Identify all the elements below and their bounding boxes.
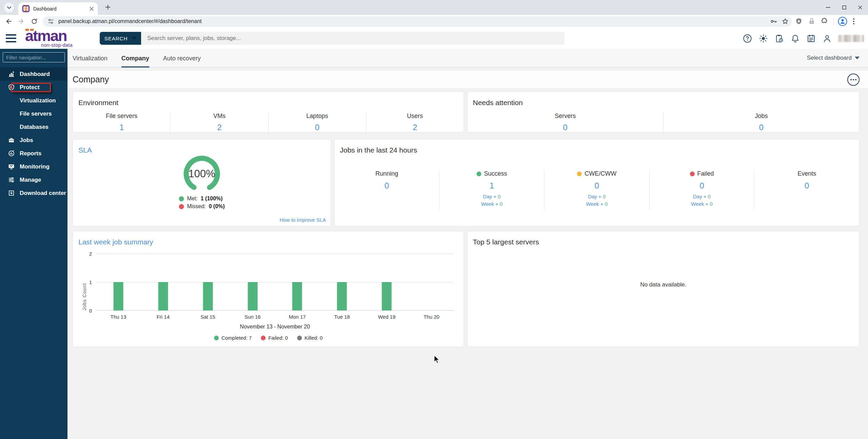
filter-navigation-input[interactable] <box>3 52 65 62</box>
sidebar-item-jobs[interactable]: Jobs <box>0 134 67 147</box>
sidebar-item-databases[interactable]: Databases <box>0 120 67 134</box>
tab-virtualization[interactable]: Virtualization <box>73 55 108 67</box>
last-week-title-link[interactable]: Last week job summary <box>73 231 464 246</box>
no-data-message: No data available. <box>467 281 859 288</box>
bookmark-star-button[interactable] <box>782 18 789 25</box>
hamburger-menu-button[interactable] <box>6 34 16 42</box>
killed-dot-icon <box>297 336 302 340</box>
pending-actions-button[interactable] <box>773 32 785 44</box>
briefcase-icon <box>7 136 15 144</box>
sidebar-item-label: Virtualization <box>20 97 56 104</box>
legend-killed[interactable]: Killed: 0 <box>297 335 323 341</box>
window-maximize-button[interactable] <box>836 0 852 15</box>
chevron-down-icon <box>855 57 860 59</box>
success-day-delta: Day + 0 <box>440 194 544 199</box>
sidebar-item-virtualization[interactable]: Virtualization <box>0 94 67 107</box>
warning-dot-icon <box>577 172 582 176</box>
jobs-success-column[interactable]: Success 1 Day + 0 Week + 0 <box>439 170 544 209</box>
forward-button[interactable] <box>16 16 27 27</box>
security-shield-button[interactable] <box>793 16 805 27</box>
search-scope-button[interactable]: SEARCH <box>100 32 141 45</box>
browser-tab-strip: Dashboard <box>0 0 868 15</box>
bar-tue-18[interactable] <box>337 282 347 311</box>
sidebar-item-protect[interactable]: Protect <box>0 81 67 94</box>
how-to-improve-sla-link[interactable]: How to improve SLA <box>279 217 326 223</box>
close-icon <box>858 5 862 9</box>
sidebar-item-label: Databases <box>20 124 49 131</box>
tab-close-button[interactable] <box>90 7 94 11</box>
tab-company[interactable]: Company <box>121 55 149 67</box>
sidebar-item-download-center[interactable]: Download center <box>0 186 67 200</box>
lock-extension-button[interactable] <box>806 16 817 27</box>
card-title: Environment <box>73 92 464 107</box>
stat-jobs[interactable]: Jobs 0 <box>663 112 859 135</box>
select-dashboard-dropdown[interactable]: Select dashboard <box>807 55 860 67</box>
tab-auto-recovery[interactable]: Auto recovery <box>163 55 201 67</box>
cards-area: Environment File servers 1 VMs 2 <box>67 88 868 347</box>
tab-search-button[interactable] <box>4 3 14 13</box>
user-account-button[interactable] <box>821 32 833 44</box>
sidebar-item-label: Protect <box>20 84 40 91</box>
reload-button[interactable] <box>28 16 40 27</box>
mouse-cursor <box>433 355 442 364</box>
bar-thu-13[interactable] <box>113 282 123 311</box>
back-button[interactable] <box>3 16 14 27</box>
jobs-failed-column[interactable]: Failed 0 Day + 0 Week + 0 <box>649 170 754 209</box>
sla-card-title-link[interactable]: SLA <box>73 139 331 154</box>
stat-servers[interactable]: Servers 0 <box>467 112 663 135</box>
sidebar-item-manage[interactable]: Manage <box>0 173 67 186</box>
new-tab-button[interactable] <box>103 2 113 12</box>
sidebar-item-reports[interactable]: Reports <box>0 147 67 160</box>
bar-sat-15[interactable] <box>203 282 213 311</box>
needs-attention-card: Needs attention Servers 0 Jobs 0 <box>467 92 860 133</box>
top5-largest-servers-card: Top 5 largest servers No data available. <box>467 231 860 347</box>
bar-sun-16[interactable] <box>248 282 257 311</box>
jobs-events-column[interactable]: Events 0 <box>754 170 859 209</box>
met-dot-icon <box>179 196 184 201</box>
search-input[interactable] <box>141 32 564 45</box>
page-actions-button[interactable] <box>847 74 860 86</box>
theme-brightness-button[interactable] <box>757 32 769 44</box>
help-button[interactable] <box>741 32 753 44</box>
browser-menu-button[interactable] <box>850 18 858 24</box>
download-icon <box>7 189 15 197</box>
legend-failed[interactable]: Failed: 0 <box>261 335 288 341</box>
failed-day-delta: Day + 0 <box>650 194 754 199</box>
monitor-icon <box>7 163 15 171</box>
logo-dots-icon <box>25 29 34 31</box>
minimize-icon <box>826 7 830 8</box>
maximize-icon <box>842 5 846 9</box>
jobs-cwe-cww-column[interactable]: CWE/CWW 0 Day + 0 Week + 0 <box>544 170 649 209</box>
atman-favicon-icon <box>22 5 30 12</box>
sidebar-item-dashboard[interactable]: Dashboard <box>0 67 67 81</box>
legend-completed[interactable]: Completed: 7 <box>214 335 252 341</box>
extensions-puzzle-button[interactable] <box>819 16 830 27</box>
bar-wed-19[interactable] <box>382 282 392 311</box>
bar-fri-14[interactable] <box>158 282 168 311</box>
browser-tab[interactable]: Dashboard <box>18 2 98 15</box>
stat-vms[interactable]: VMs 2 <box>170 112 268 135</box>
notifications-button[interactable] <box>789 32 801 44</box>
sidebar-item-label: File servers <box>20 111 52 117</box>
bar-mon-17[interactable] <box>292 282 302 311</box>
stat-file-servers[interactable]: File servers 1 <box>73 112 170 135</box>
username-redacted[interactable] <box>838 35 864 42</box>
jobs-running-column[interactable]: Running 0 <box>334 170 439 209</box>
dashboard-tabs: Virtualization Company Auto recovery Sel… <box>67 49 868 67</box>
bars <box>96 254 454 311</box>
sidebar-item-monitoring[interactable]: Monitoring <box>0 160 67 173</box>
stat-laptops[interactable]: Laptops 0 <box>268 112 366 135</box>
calendar-button[interactable] <box>805 32 817 44</box>
sidebar-item-file-servers[interactable]: File servers <box>0 107 67 120</box>
select-dashboard-label: Select dashboard <box>807 55 852 61</box>
window-close-button[interactable] <box>852 0 868 15</box>
passwords-key-button[interactable] <box>770 18 777 25</box>
url-bar[interactable]: panel.backup.atman.pl/commandcenter/#/da… <box>43 16 792 27</box>
stat-users[interactable]: Users 2 <box>366 112 464 135</box>
site-settings-tune-icon <box>47 18 54 24</box>
profile-avatar-button[interactable] <box>837 16 848 27</box>
window-minimize-button[interactable] <box>820 0 836 15</box>
clipboard-clock-icon <box>775 34 784 43</box>
x-axis-caption: November 13 - November 20 <box>96 324 454 330</box>
atman-logo[interactable]: atman non-stop-data <box>25 29 73 48</box>
